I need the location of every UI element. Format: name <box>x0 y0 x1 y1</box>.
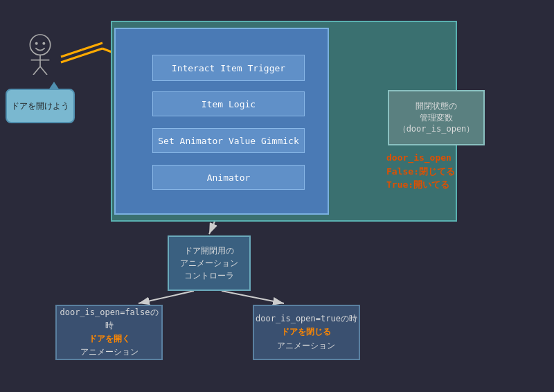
speech-bubble: ドアを開けよう <box>6 89 75 123</box>
svg-line-22 <box>40 66 47 75</box>
svg-line-15 <box>222 291 284 303</box>
svg-line-3 <box>61 50 82 57</box>
svg-point-17 <box>35 42 38 45</box>
trigger-box: Interact Item Trigger <box>152 55 305 81</box>
logic-label: Item Logic <box>202 99 256 109</box>
anim-left-box: door_is_open=falseの時 ドアを開く アニメーション <box>55 305 163 360</box>
animator-val-box: Set Animator Value Gimmick <box>152 128 305 153</box>
logic-box: Item Logic <box>152 91 305 116</box>
svg-line-14 <box>138 291 194 303</box>
svg-line-21 <box>33 66 40 75</box>
anim-left-line1: door_is_open=falseの時 <box>57 306 161 332</box>
person-icon <box>19 33 61 75</box>
state-box: 開閉状態の 管理変数 （door_is_open） <box>388 90 485 145</box>
trigger-label: Interact Item Trigger <box>172 63 285 73</box>
speech-text: ドアを開けよう <box>11 100 69 112</box>
anim-right-line2: ドアを閉じる <box>256 326 357 339</box>
state-box-label: 開閉状態の 管理変数 （door_is_open） <box>398 100 475 135</box>
svg-line-5 <box>61 55 82 62</box>
anim-right-line3: アニメーション <box>256 339 357 353</box>
state-text-line1: door_is_open <box>386 151 455 165</box>
state-text-line2: False:閉じてる <box>386 165 455 179</box>
state-text-block: door_is_open False:閉じてる True:開いてる <box>386 151 455 192</box>
controller-label: ドア開閉用の アニメーション コントローラ <box>180 244 238 282</box>
controller-box: ドア開閉用の アニメーション コントローラ <box>168 235 251 291</box>
animator-val-label: Set Animator Value Gimmick <box>158 136 299 146</box>
anim-left-line3: アニメーション <box>57 346 161 359</box>
animator-box: Animator <box>152 165 305 190</box>
state-text-line3: True:開いてる <box>386 178 455 192</box>
anim-right-box: door_is_open=trueの時 ドアを閉じる アニメーション <box>253 305 360 360</box>
anim-left-line2: ドアを開く <box>57 332 161 346</box>
animator-label: Animator <box>207 172 251 183</box>
anim-right-line1: door_is_open=trueの時 <box>256 312 357 326</box>
svg-point-16 <box>30 35 50 55</box>
svg-line-6 <box>82 48 102 55</box>
svg-line-4 <box>82 43 102 50</box>
svg-point-18 <box>42 42 45 45</box>
